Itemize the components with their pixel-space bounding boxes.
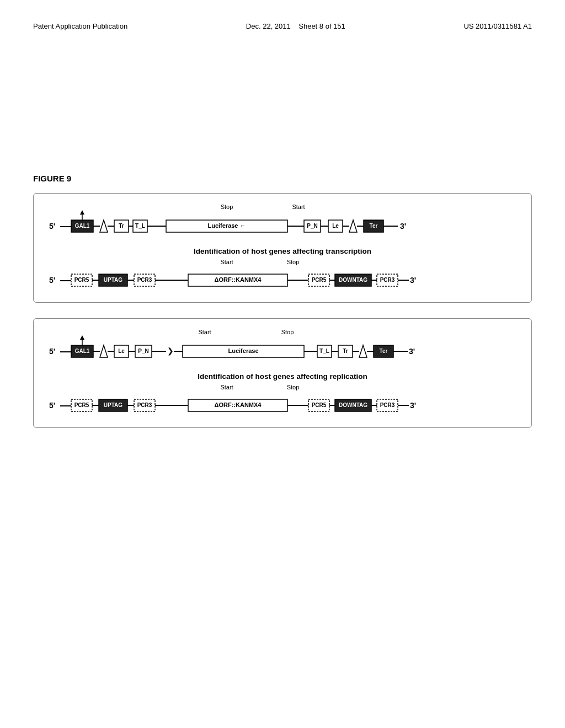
pn-label-bot: P_N [138,348,148,354]
start-label-bot: Start [198,329,211,335]
header-right: US 2011/0311581 A1 [463,22,532,30]
luciferase-label-bot: Luciferase [228,347,258,354]
pcr5-label2-bot: PCR5 [312,402,327,408]
downtag-label-top: DOWNTAG [339,277,367,283]
bot-diagram-svg: Start Stop 5' GAL1 Le [45,329,519,366]
top2-5prime: 5' [49,276,55,285]
bot1-3prime: 3' [409,347,415,356]
start-label: Start [292,204,305,210]
triangle2-top [349,220,357,232]
pcr3-label2-bot: PCR3 [380,402,395,408]
top-diagram2-svg: Start Stop 5' PCR5 UPTAG PCR3 ΔORF::KANM… [45,259,519,292]
bot1-5prime: 5' [49,347,55,356]
start-label2: Start [220,259,233,265]
le-label-bot: Le [118,348,125,354]
stop-label-bot2: Stop [287,384,300,390]
orf-label-bot: ΔORF::KANMX4 [215,402,262,408]
figure-title: FIGURE 9 [33,174,532,183]
orf-label-top: ΔORF::KANMX4 [215,276,262,283]
tl-label-bot: T_L [319,348,329,354]
pcr5-label2-top: PCR5 [312,277,327,283]
pcr5-label-bot: PCR5 [74,402,89,408]
stop-label-bot: Stop [281,329,294,335]
tl-label: T_L [135,223,145,229]
page-header: Patent Application Publication Dec. 22, … [33,22,532,30]
pcr3-label2-top: PCR3 [380,277,395,283]
top-diagram-label: Identification of host genes affecting t… [45,247,520,255]
triangle1-bot [100,345,108,357]
stop-label: Stop [221,204,233,210]
ter-label-bot: Ter [380,348,388,354]
top-diagram-box: Stop Start 5' GAL1 Tr [33,193,532,303]
arrow-symbol-bot: ❯ [167,346,174,356]
uptag-label-bot: UPTAG [104,402,122,408]
page: Patent Application Publication Dec. 22, … [0,0,565,728]
top1-3prime: 3' [400,222,406,231]
top-diagram-svg: Stop Start 5' GAL1 Tr [45,204,519,241]
start-label-bot2: Start [220,384,233,390]
triangle2-bot [359,345,367,357]
header-center: Dec. 22, 2011 Sheet 8 of 151 [246,22,345,30]
tr-label-bot: Tr [343,348,348,354]
le-label-top: Le [332,223,339,229]
tr-label: Tr [119,223,124,229]
bot2-3prime: 3' [410,401,416,410]
bot-diagram-label: Identification of host genes affecting r… [45,372,520,381]
bot2-5prime: 5' [49,401,55,410]
bot-diagram2-svg: Start Stop 5' PCR5 UPTAG PCR3 ΔORF::KANM… [45,384,519,417]
pn-label: P_N [307,223,317,229]
luciferase-label-top: Luciferase ← [207,222,246,229]
stop-label2: Stop [287,259,300,265]
pcr3-label1-bot: PCR3 [137,402,152,408]
ter-label-top: Ter [370,223,378,229]
pcr5-label-top: PCR5 [74,277,89,283]
gal1-label: GAL1 [75,223,90,229]
top1-5prime: 5' [49,222,55,231]
promoter-arrow-top [80,210,84,215]
triangle1-top [100,220,108,232]
header-left: Patent Application Publication [33,22,127,30]
uptag-label-top: UPTAG [104,277,122,283]
downtag-label-bot: DOWNTAG [339,402,367,408]
bottom-diagram-box: Start Stop 5' GAL1 Le [33,318,532,428]
top2-3prime: 3' [410,276,416,285]
pcr3-label1-top: PCR3 [137,277,152,283]
gal1-label-bot: GAL1 [75,348,90,354]
promoter-arrow-bot [80,335,84,340]
